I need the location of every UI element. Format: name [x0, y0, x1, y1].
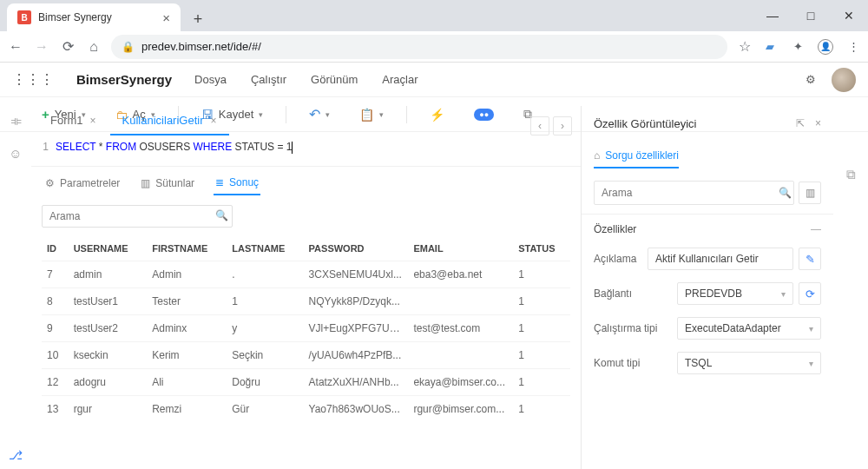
sliders-icon: ⚙ [45, 177, 55, 189]
sliders-icon[interactable]: ⟚ [10, 113, 22, 129]
cell-last: Seçkin [227, 341, 303, 368]
table-row[interactable]: 12adogruAliDoğruAtatzXuXH/ANHb...ekaya@b… [42, 368, 570, 395]
cell-pass: AtatzXuXH/ANHb... [304, 368, 409, 395]
close-window-icon[interactable]: ✕ [830, 0, 868, 31]
tab-sonuc[interactable]: ≣Sonuç [214, 171, 260, 195]
file-tabs: Form1× KullanicilariGetir× ‹ › [31, 106, 581, 135]
col-username: USERNAME [69, 236, 148, 261]
cell-user: adogru [69, 368, 148, 395]
cell-status: 1 [513, 287, 570, 314]
close-icon[interactable]: × [211, 115, 217, 127]
label-komut: Komut tipi [594, 357, 670, 369]
calendar-icon[interactable]: ▥ [799, 182, 821, 204]
table-row[interactable]: 7adminAdmin.3CXSeNEMU4Uxl...eba3@eba.net… [42, 261, 570, 287]
address-bar: ← → ⟳ ⌂ 🔒 predev.bimser.net/ide/#/ ☆ ▰ ✦… [0, 31, 868, 63]
chevron-down-icon: ▾ [809, 359, 813, 368]
browser-tabbar: B Bimser Synergy × + — □ ✕ [0, 0, 868, 31]
close-icon[interactable]: × [815, 117, 821, 129]
maximize-icon[interactable]: □ [792, 0, 830, 31]
pin-icon[interactable]: ⇱ [796, 117, 805, 129]
tab-form1[interactable]: Form1× [38, 107, 108, 135]
cell-email: ekaya@bimser.co... [408, 368, 513, 395]
cell-first: Adminx [147, 314, 227, 341]
tab-parametreler[interactable]: ⚙Parametreler [43, 172, 122, 195]
col-status: STATUS [513, 236, 570, 261]
cell-first: Remzi [147, 395, 227, 422]
input-aciklama[interactable] [648, 248, 793, 270]
branch-icon[interactable]: ⎇ [9, 448, 23, 462]
result-search: 🔍 [42, 205, 570, 228]
cell-status: 1 [513, 261, 570, 287]
select-baglanti[interactable]: PREDEVDB▾ [677, 282, 793, 305]
tab-kullanicilarigetir[interactable]: KullanicilariGetir× [110, 107, 229, 135]
new-tab-button[interactable]: + [186, 7, 210, 31]
menu-file[interactable]: Dosya [194, 73, 227, 86]
subtab-query-props[interactable]: ⌂Sorgu özellikleri [594, 144, 679, 168]
cell-user: testUser1 [69, 287, 148, 314]
cell-status: 1 [513, 368, 570, 395]
home-icon: ⌂ [594, 149, 600, 162]
extension-icon[interactable]: ▰ [762, 39, 778, 55]
close-icon[interactable]: × [90, 115, 96, 127]
gear-icon[interactable]: ⚙ [806, 73, 816, 86]
editor-pane: Form1× KullanicilariGetir× ‹ › 1 SELECT … [31, 106, 582, 469]
table-row[interactable]: 8testUser1Tester1NQYykk8P/Dzyqk...1 [42, 287, 570, 314]
search-input[interactable] [42, 205, 233, 228]
star-icon[interactable]: ☆ [736, 38, 753, 56]
chevron-down-icon: ▾ [809, 324, 813, 334]
profile-icon[interactable]: 👤 [818, 39, 833, 55]
tab-prev-icon[interactable]: ‹ [530, 116, 549, 135]
translate-icon[interactable]: ✎ [799, 248, 821, 270]
select-komut[interactable]: TSQL▾ [677, 352, 821, 374]
cell-last: Gür [227, 395, 303, 422]
cell-id: 9 [42, 314, 69, 341]
label-calistirma: Çalıştırma tipi [594, 322, 670, 334]
cell-pass: Yao7h863wOUoS... [304, 395, 409, 422]
close-tab-icon[interactable]: × [162, 10, 170, 25]
cell-first: Admin [147, 261, 227, 287]
apps-icon[interactable]: ⋮⋮⋮ [12, 71, 54, 88]
select-calistirma[interactable]: ExecuteDataAdapter▾ [677, 317, 821, 340]
minimize-icon[interactable]: — [753, 0, 792, 31]
chevron-down-icon: ▾ [781, 289, 786, 299]
table-row[interactable]: 9testUser2AdminxyVJl+EugXPFG7UB...test@t… [42, 314, 570, 341]
code-editor[interactable]: 1 SELECT * FROM OSUSERS WHERE STATUS = 1 [31, 135, 581, 167]
cell-first: Tester [147, 287, 227, 314]
browser-tab[interactable]: B Bimser Synergy × [7, 3, 181, 31]
url-field[interactable]: 🔒 predev.bimser.net/ide/#/ [111, 35, 727, 59]
refresh-icon[interactable]: ⟳ [799, 282, 821, 305]
back-icon[interactable]: ← [7, 38, 24, 56]
search-icon: 🔍 [215, 209, 228, 221]
cell-pass: NQYykk8P/Dzyqk... [304, 287, 409, 314]
list-icon: ≣ [215, 176, 224, 188]
properties-search-input[interactable] [594, 181, 794, 205]
menu-view[interactable]: Görünüm [311, 73, 358, 86]
table-row[interactable]: 13rgurRemziGürYao7h863wOUoS...rgur@bimse… [42, 395, 570, 422]
home-icon[interactable]: ⌂ [85, 38, 102, 56]
cell-email: rgur@bimser.com... [408, 395, 513, 422]
cell-email [408, 341, 513, 368]
user-avatar[interactable] [832, 68, 856, 92]
cell-email: eba3@eba.net [408, 261, 513, 287]
user-icon[interactable]: ☺ [9, 146, 22, 161]
cell-id: 8 [42, 287, 69, 314]
properties-pane: Özellik Görüntüleyici ⇱× ⌂Sorgu özellikl… [582, 106, 833, 469]
label-baglanti: Bağlantı [594, 287, 670, 300]
menu-icon[interactable]: ⋮ [845, 39, 861, 55]
tab-next-icon[interactable]: › [553, 116, 572, 135]
menu-tools[interactable]: Araçlar [382, 73, 418, 86]
lock-icon: 🔒 [122, 41, 135, 53]
cell-email: test@test.com [408, 314, 513, 341]
puzzle-icon[interactable]: ✦ [790, 39, 806, 55]
reload-icon[interactable]: ⟳ [59, 38, 76, 56]
menu-run[interactable]: Çalıştır [251, 73, 286, 86]
left-rail: ⟚ ☺ [0, 97, 31, 161]
table-row[interactable]: 10kseckinKerimSeçkin/yUAU6wh4PzPfB...1 [42, 341, 570, 368]
cell-first: Ali [147, 368, 227, 395]
search-icon: 🔍 [779, 187, 792, 199]
section-ozellikler[interactable]: Özellikler— [582, 214, 833, 244]
columns-icon: ▥ [141, 177, 150, 189]
forward-icon[interactable]: → [33, 38, 50, 56]
layers-icon[interactable]: ⧉ [846, 167, 856, 182]
tab-sutunlar[interactable]: ▥Sütunlar [139, 172, 196, 195]
